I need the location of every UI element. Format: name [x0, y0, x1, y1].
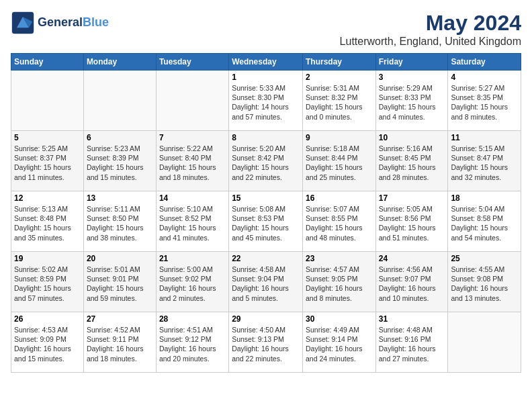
day-info: Sunrise: 5:29 AMSunset: 8:33 PMDaylight:…	[379, 83, 445, 122]
calendar-cell: 7Sunrise: 5:22 AMSunset: 8:40 PMDaylight…	[156, 131, 228, 191]
day-number: 8	[232, 133, 300, 142]
calendar-cell: 16Sunrise: 5:07 AMSunset: 8:55 PMDayligh…	[302, 191, 375, 252]
day-info: Sunrise: 5:18 AMSunset: 8:44 PMDaylight:…	[306, 144, 373, 182]
calendar-cell: 25Sunrise: 4:55 AMSunset: 9:08 PMDayligh…	[448, 252, 521, 312]
calendar-cell: 20Sunrise: 5:01 AMSunset: 9:01 PMDayligh…	[83, 252, 156, 312]
calendar-cell: 13Sunrise: 5:11 AMSunset: 8:50 PMDayligh…	[83, 191, 156, 252]
calendar-cell: 10Sunrise: 5:16 AMSunset: 8:45 PMDayligh…	[375, 131, 448, 191]
month-title: May 2024	[340, 11, 521, 36]
calendar-week-row: 1Sunrise: 5:33 AMSunset: 8:30 PMDaylight…	[11, 71, 521, 131]
calendar-cell: 4Sunrise: 5:27 AMSunset: 8:35 PMDaylight…	[448, 71, 521, 131]
day-number: 2	[306, 73, 373, 82]
day-number: 4	[451, 73, 518, 82]
day-info: Sunrise: 4:53 AMSunset: 9:09 PMDaylight:…	[14, 325, 81, 363]
calendar-cell: 15Sunrise: 5:08 AMSunset: 8:53 PMDayligh…	[229, 191, 303, 252]
day-number: 13	[87, 193, 153, 203]
day-number: 16	[306, 193, 373, 203]
day-info: Sunrise: 4:58 AMSunset: 9:04 PMDaylight:…	[232, 265, 300, 303]
day-number: 18	[451, 193, 518, 203]
day-number: 14	[159, 193, 226, 203]
day-of-week-header: Monday	[83, 54, 156, 71]
calendar-cell: 17Sunrise: 5:05 AMSunset: 8:56 PMDayligh…	[375, 191, 448, 252]
day-info: Sunrise: 4:57 AMSunset: 9:05 PMDaylight:…	[306, 265, 373, 303]
logo-icon	[11, 11, 35, 35]
calendar-cell: 11Sunrise: 5:15 AMSunset: 8:47 PMDayligh…	[448, 131, 521, 191]
day-info: Sunrise: 5:31 AMSunset: 8:32 PMDaylight:…	[306, 83, 373, 122]
calendar-cell: 30Sunrise: 4:49 AMSunset: 9:14 PMDayligh…	[302, 312, 375, 373]
day-info: Sunrise: 5:20 AMSunset: 8:42 PMDaylight:…	[232, 144, 300, 182]
day-info: Sunrise: 5:23 AMSunset: 8:39 PMDaylight:…	[87, 144, 153, 182]
calendar-cell: 8Sunrise: 5:20 AMSunset: 8:42 PMDaylight…	[229, 131, 303, 191]
day-info: Sunrise: 4:52 AMSunset: 9:11 PMDaylight:…	[87, 325, 153, 363]
day-number: 29	[232, 314, 300, 324]
day-info: Sunrise: 5:11 AMSunset: 8:50 PMDaylight:…	[87, 204, 153, 242]
calendar-week-row: 26Sunrise: 4:53 AMSunset: 9:09 PMDayligh…	[11, 312, 521, 373]
calendar-cell: 12Sunrise: 5:13 AMSunset: 8:48 PMDayligh…	[11, 191, 84, 252]
calendar-week-row: 5Sunrise: 5:25 AMSunset: 8:37 PMDaylight…	[11, 131, 521, 191]
calendar-cell: 23Sunrise: 4:57 AMSunset: 9:05 PMDayligh…	[302, 252, 375, 312]
day-of-week-header: Tuesday	[156, 54, 228, 71]
calendar-cell	[448, 312, 521, 373]
day-info: Sunrise: 5:25 AMSunset: 8:37 PMDaylight:…	[14, 144, 81, 182]
logo: GeneralBlue	[11, 11, 109, 35]
calendar-cell: 6Sunrise: 5:23 AMSunset: 8:39 PMDaylight…	[83, 131, 156, 191]
day-info: Sunrise: 4:51 AMSunset: 9:12 PMDaylight:…	[159, 325, 226, 363]
calendar-cell: 21Sunrise: 5:00 AMSunset: 9:02 PMDayligh…	[156, 252, 228, 312]
day-info: Sunrise: 5:00 AMSunset: 9:02 PMDaylight:…	[159, 265, 226, 303]
calendar-cell: 24Sunrise: 4:56 AMSunset: 9:07 PMDayligh…	[375, 252, 448, 312]
day-number: 21	[159, 254, 226, 263]
calendar-cell: 2Sunrise: 5:31 AMSunset: 8:32 PMDaylight…	[302, 71, 375, 131]
day-number: 9	[306, 133, 373, 142]
calendar-cell: 3Sunrise: 5:29 AMSunset: 8:33 PMDaylight…	[375, 71, 448, 131]
calendar-cell	[83, 71, 156, 131]
day-info: Sunrise: 5:05 AMSunset: 8:56 PMDaylight:…	[379, 204, 445, 242]
day-number: 26	[14, 314, 81, 324]
day-number: 6	[87, 133, 153, 142]
day-number: 5	[14, 133, 81, 142]
calendar-cell: 19Sunrise: 5:02 AMSunset: 8:59 PMDayligh…	[11, 252, 84, 312]
day-of-week-header: Wednesday	[229, 54, 303, 71]
calendar-cell: 27Sunrise: 4:52 AMSunset: 9:11 PMDayligh…	[83, 312, 156, 373]
day-info: Sunrise: 5:01 AMSunset: 9:01 PMDaylight:…	[87, 265, 153, 303]
day-info: Sunrise: 5:16 AMSunset: 8:45 PMDaylight:…	[379, 144, 445, 182]
title-area: May 2024 Lutterworth, England, United Ki…	[340, 11, 521, 48]
day-info: Sunrise: 5:10 AMSunset: 8:52 PMDaylight:…	[159, 204, 226, 242]
calendar-cell: 9Sunrise: 5:18 AMSunset: 8:44 PMDaylight…	[302, 131, 375, 191]
day-number: 12	[14, 193, 81, 203]
day-info: Sunrise: 4:49 AMSunset: 9:14 PMDaylight:…	[306, 325, 373, 363]
day-number: 15	[232, 193, 300, 203]
day-number: 24	[379, 254, 445, 263]
day-info: Sunrise: 5:22 AMSunset: 8:40 PMDaylight:…	[159, 144, 226, 182]
day-number: 27	[87, 314, 153, 324]
day-of-week-header: Sunday	[11, 54, 84, 71]
calendar-table: SundayMondayTuesdayWednesdayThursdayFrid…	[11, 53, 521, 373]
day-info: Sunrise: 5:08 AMSunset: 8:53 PMDaylight:…	[232, 204, 300, 242]
day-info: Sunrise: 5:33 AMSunset: 8:30 PMDaylight:…	[232, 83, 300, 122]
day-info: Sunrise: 5:07 AMSunset: 8:55 PMDaylight:…	[306, 204, 373, 242]
day-number: 28	[159, 314, 226, 324]
day-info: Sunrise: 5:15 AMSunset: 8:47 PMDaylight:…	[451, 144, 518, 182]
day-info: Sunrise: 5:13 AMSunset: 8:48 PMDaylight:…	[14, 204, 81, 242]
calendar-cell: 18Sunrise: 5:04 AMSunset: 8:58 PMDayligh…	[448, 191, 521, 252]
day-info: Sunrise: 5:27 AMSunset: 8:35 PMDaylight:…	[451, 83, 518, 122]
day-number: 7	[159, 133, 226, 142]
day-number: 20	[87, 254, 153, 263]
day-of-week-header: Friday	[375, 54, 448, 71]
logo-text: GeneralBlue	[38, 16, 109, 30]
calendar-week-row: 19Sunrise: 5:02 AMSunset: 8:59 PMDayligh…	[11, 252, 521, 312]
page-header: GeneralBlue May 2024 Lutterworth, Englan…	[11, 11, 521, 48]
calendar-cell: 22Sunrise: 4:58 AMSunset: 9:04 PMDayligh…	[229, 252, 303, 312]
day-number: 1	[232, 73, 300, 82]
calendar-cell: 28Sunrise: 4:51 AMSunset: 9:12 PMDayligh…	[156, 312, 228, 373]
day-info: Sunrise: 4:55 AMSunset: 9:08 PMDaylight:…	[451, 265, 518, 303]
calendar-cell: 29Sunrise: 4:50 AMSunset: 9:13 PMDayligh…	[229, 312, 303, 373]
day-info: Sunrise: 4:50 AMSunset: 9:13 PMDaylight:…	[232, 325, 300, 363]
day-number: 22	[232, 254, 300, 263]
day-number: 17	[379, 193, 445, 203]
day-info: Sunrise: 4:48 AMSunset: 9:16 PMDaylight:…	[379, 325, 445, 363]
day-info: Sunrise: 5:04 AMSunset: 8:58 PMDaylight:…	[451, 204, 518, 242]
calendar-header-row: SundayMondayTuesdayWednesdayThursdayFrid…	[11, 54, 521, 71]
day-of-week-header: Saturday	[448, 54, 521, 71]
calendar-cell: 14Sunrise: 5:10 AMSunset: 8:52 PMDayligh…	[156, 191, 228, 252]
day-number: 10	[379, 133, 445, 142]
